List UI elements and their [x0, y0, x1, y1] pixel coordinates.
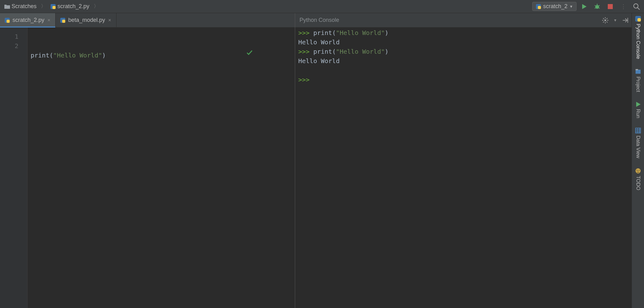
- project-icon: [635, 68, 641, 75]
- run-button[interactable]: [580, 3, 588, 10]
- tab-label: scratch_2.py: [12, 17, 44, 23]
- gutter: 1 2: [0, 27, 27, 308]
- breadcrumb-folder[interactable]: Scratches: [2, 2, 38, 10]
- console-output-text: Hello World: [298, 57, 339, 65]
- breadcrumb-file[interactable]: scratch_2.py: [48, 2, 91, 10]
- stripe-label: Run: [635, 109, 641, 118]
- svg-rect-10: [608, 4, 613, 9]
- python-file-icon: [60, 17, 66, 23]
- code-token-string: "Hello World": [336, 48, 385, 55]
- python-file-icon: [50, 4, 56, 9]
- editor-tabs: scratch_2.py × beta_model.py ×: [0, 13, 295, 27]
- tab-betamodel[interactable]: beta_model.py ×: [56, 13, 116, 27]
- svg-point-36: [636, 168, 641, 173]
- svg-rect-14: [7, 20, 10, 23]
- run-config-selector[interactable]: scratch_2 ▼: [532, 2, 577, 11]
- inspection-ok-icon: [246, 31, 291, 75]
- svg-point-17: [604, 19, 606, 21]
- console-prompt: >>>: [298, 76, 313, 83]
- close-tab-icon[interactable]: ×: [47, 17, 51, 23]
- toolwindow-project[interactable]: Project: [635, 68, 641, 92]
- console-line: >>> print("Hello World"): [298, 47, 628, 56]
- run-config-label: scratch_2: [543, 3, 567, 10]
- breadcrumbs: Scratches 〉 scratch_2.py 〉: [2, 2, 99, 10]
- code-token-paren: (: [332, 48, 336, 55]
- svg-line-22: [603, 18, 604, 19]
- breadcrumb-file-label: scratch_2.py: [57, 3, 89, 10]
- toolwindow-dataview[interactable]: Data View: [635, 127, 641, 158]
- svg-line-24: [603, 22, 604, 22]
- code-token-fn: print: [313, 48, 332, 55]
- dataview-icon: [635, 127, 641, 134]
- console-line: Hello World: [298, 56, 628, 66]
- python-icon: [536, 4, 541, 9]
- console-output[interactable]: >>> print("Hello World")Hello World>>> p…: [295, 27, 632, 308]
- svg-point-11: [634, 4, 638, 8]
- stripe-label: Data View: [635, 136, 641, 158]
- gutter-line: 2: [0, 41, 18, 51]
- hide-panel-icon[interactable]: [622, 17, 628, 23]
- console-title: Python Console: [300, 17, 339, 23]
- code-token-paren: ): [385, 48, 389, 55]
- stripe-label: Python Console: [635, 24, 641, 59]
- stripe-label: TODO: [635, 176, 641, 190]
- svg-rect-31: [636, 128, 641, 133]
- python-icon: [635, 16, 641, 22]
- code-token-fn: print: [313, 29, 332, 37]
- svg-point-4: [595, 5, 599, 9]
- svg-rect-30: [636, 69, 638, 70]
- tab-scratch2[interactable]: scratch_2.py ×: [0, 13, 56, 27]
- code-area[interactable]: print("Hello World"): [27, 27, 295, 308]
- console-line: >>> print("Hello World"): [298, 28, 628, 37]
- top-toolbar: Scratches 〉 scratch_2.py 〉 scratch_2 ▼: [0, 0, 644, 13]
- python-file-icon: [4, 17, 10, 23]
- svg-line-12: [637, 7, 640, 10]
- search-button[interactable]: [633, 3, 640, 10]
- svg-point-37: [637, 170, 637, 171]
- console-output-text: Hello World: [298, 38, 339, 46]
- svg-line-23: [607, 22, 607, 22]
- toolwindow-todo[interactable]: TODO: [635, 168, 641, 190]
- toolbar-actions: ⋮: [580, 3, 640, 10]
- svg-line-25: [607, 18, 607, 19]
- run-icon: [635, 102, 641, 107]
- code-editor[interactable]: 1 2 print("Hello World"): [0, 27, 295, 308]
- code-token-fn: print: [31, 52, 49, 59]
- todo-icon: [635, 168, 641, 174]
- vertical-divider-icon: ⋮: [620, 3, 627, 10]
- caret-down-icon: ▼: [569, 4, 573, 9]
- toolwindow-python-console[interactable]: Python Console: [635, 16, 641, 59]
- folder-icon: [4, 4, 10, 9]
- svg-line-7: [599, 5, 600, 6]
- code-token-paren: ): [385, 29, 389, 37]
- code-token-paren: (: [49, 52, 53, 59]
- close-tab-icon[interactable]: ×: [108, 17, 112, 23]
- chevron-right-icon: 〉: [40, 3, 47, 10]
- svg-rect-1: [52, 6, 56, 9]
- gutter-line: 1: [0, 32, 18, 41]
- stripe-label: Project: [635, 77, 641, 92]
- code-token-string: "Hello World": [336, 29, 385, 37]
- stop-button[interactable]: [607, 3, 614, 10]
- console-line: [298, 66, 628, 75]
- console-line: >>>: [298, 75, 628, 84]
- console-header: Python Console ▼: [295, 13, 632, 27]
- console-prompt: >>>: [298, 48, 313, 55]
- svg-rect-3: [538, 6, 541, 9]
- settings-gear-icon[interactable]: [602, 17, 608, 23]
- svg-line-6: [595, 5, 596, 6]
- code-token-paren: ): [102, 52, 106, 59]
- editor-panel: scratch_2.py × beta_model.py ×: [0, 13, 295, 308]
- code-token-paren: (: [332, 29, 336, 37]
- debug-button[interactable]: [593, 3, 601, 10]
- main-area: scratch_2.py × beta_model.py ×: [0, 13, 644, 308]
- breadcrumb-folder-label: Scratches: [12, 3, 37, 10]
- caret-down-icon[interactable]: ▼: [613, 18, 617, 22]
- svg-rect-16: [62, 20, 65, 23]
- tab-label: beta_model.py: [68, 17, 105, 23]
- code-token-string: "Hello World": [53, 52, 102, 59]
- toolwindow-run[interactable]: Run: [635, 102, 641, 118]
- svg-point-38: [638, 170, 639, 171]
- svg-line-9: [599, 8, 600, 8]
- right-tool-stripe: Python Console Project Run: [632, 13, 644, 308]
